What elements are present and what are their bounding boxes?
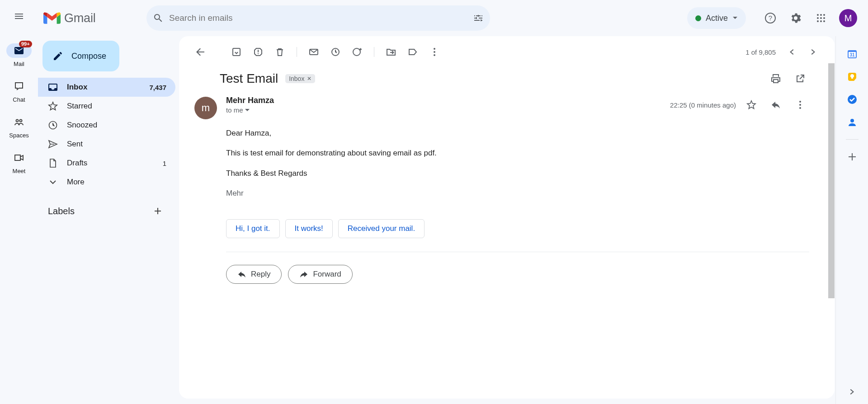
folder-starred[interactable]: Starred bbox=[38, 97, 175, 116]
forward-button[interactable]: Forward bbox=[288, 265, 352, 284]
calendar-addon[interactable]: 31 bbox=[847, 49, 858, 60]
smart-reply-1[interactable]: Hi, I got it. bbox=[226, 219, 280, 238]
settings-button[interactable] bbox=[785, 7, 807, 29]
main-menu-button[interactable] bbox=[8, 5, 30, 27]
gear-icon bbox=[790, 12, 802, 24]
brand[interactable]: Gmail bbox=[43, 11, 143, 25]
arrow-left-icon bbox=[195, 47, 205, 57]
message-meta: 22:25 (0 minutes ago) bbox=[670, 96, 809, 114]
side-divider bbox=[846, 139, 859, 140]
send-icon bbox=[48, 139, 58, 149]
compose-button[interactable]: Compose bbox=[42, 41, 119, 71]
category-chip[interactable]: Inbox ✕ bbox=[285, 74, 315, 83]
calendar-icon: 31 bbox=[847, 49, 858, 60]
folder-snoozed[interactable]: Snoozed bbox=[38, 116, 175, 135]
compose-label: Compose bbox=[71, 52, 106, 61]
spam-button[interactable] bbox=[248, 43, 269, 61]
recipients-text: to me bbox=[226, 106, 243, 114]
folder-inbox[interactable]: Inbox 7,437 bbox=[38, 78, 175, 97]
spaces-icon bbox=[14, 117, 24, 127]
header: Gmail Active ? M bbox=[38, 0, 868, 36]
star-icon bbox=[48, 101, 58, 111]
forward-icon bbox=[299, 270, 308, 279]
tasks-icon bbox=[847, 94, 857, 104]
folder-move-icon bbox=[386, 47, 396, 57]
toolbar-separator bbox=[297, 47, 297, 57]
star-message-button[interactable] bbox=[742, 96, 760, 114]
rail-item-mail[interactable]: 99+ Mail bbox=[0, 39, 38, 71]
chip-label: Inbox bbox=[289, 75, 304, 82]
add-to-tasks-button[interactable] bbox=[347, 43, 368, 61]
contacts-icon bbox=[847, 117, 857, 127]
message: m Mehr Hamza to me 22:25 (0 minutes ago) bbox=[179, 93, 835, 284]
chip-close-icon[interactable]: ✕ bbox=[307, 75, 311, 82]
reply-button[interactable]: Reply bbox=[226, 265, 282, 284]
status-chip[interactable]: Active bbox=[687, 7, 746, 29]
folder-sent[interactable]: Sent bbox=[38, 135, 175, 154]
svg-point-19 bbox=[434, 51, 435, 53]
smart-reply-2[interactable]: It works! bbox=[285, 219, 333, 238]
body-signature: Mehr bbox=[226, 188, 809, 199]
more-vert-icon bbox=[429, 47, 439, 57]
clock-icon bbox=[48, 120, 58, 130]
reply-icon-button[interactable] bbox=[767, 96, 785, 114]
recipients-toggle[interactable]: to me bbox=[226, 106, 661, 114]
print-button[interactable] bbox=[767, 70, 785, 88]
rail-item-meet[interactable]: Meet bbox=[0, 146, 38, 178]
reply-row: Reply Forward bbox=[194, 252, 809, 284]
delete-button[interactable] bbox=[269, 43, 290, 61]
snooze-button[interactable] bbox=[325, 43, 346, 61]
tasks-addon[interactable] bbox=[847, 94, 858, 105]
svg-point-4 bbox=[817, 14, 819, 16]
more-button[interactable] bbox=[424, 43, 445, 61]
rail-label-meet: Meet bbox=[13, 168, 26, 174]
star-icon bbox=[746, 100, 756, 110]
newer-button[interactable] bbox=[781, 43, 802, 61]
folder-drafts[interactable]: Drafts 1 bbox=[38, 154, 175, 173]
older-button[interactable] bbox=[803, 43, 824, 61]
rail-item-spaces[interactable]: Spaces bbox=[0, 110, 38, 142]
apps-button[interactable] bbox=[810, 7, 832, 29]
folder-label: More bbox=[67, 178, 85, 187]
search-icon bbox=[153, 13, 164, 23]
chevron-right-icon bbox=[848, 388, 856, 396]
mark-unread-button[interactable] bbox=[303, 43, 324, 61]
search-bar[interactable] bbox=[146, 5, 490, 31]
folder-more[interactable]: More bbox=[38, 173, 175, 192]
reply-icon bbox=[237, 270, 246, 279]
status-dot-icon bbox=[695, 15, 701, 21]
add-label-button[interactable] bbox=[150, 203, 165, 219]
side-panel-toggle[interactable] bbox=[848, 388, 856, 396]
move-to-button[interactable] bbox=[381, 43, 401, 61]
plus-icon bbox=[847, 152, 857, 162]
back-button[interactable] bbox=[190, 43, 211, 61]
keep-addon[interactable] bbox=[847, 71, 858, 82]
sender-avatar[interactable]: m bbox=[194, 97, 217, 119]
svg-point-27 bbox=[848, 95, 857, 104]
status-label: Active bbox=[706, 14, 728, 23]
timestamp: 22:25 (0 minutes ago) bbox=[670, 101, 736, 109]
folder-label: Drafts bbox=[67, 159, 87, 168]
open-new-window-button[interactable] bbox=[791, 70, 809, 88]
smart-reply-3[interactable]: Received your mail. bbox=[338, 219, 425, 238]
reading-pane: 1 of 9,805 Test Email Inbox ✕ m bbox=[179, 36, 835, 399]
account-avatar[interactable]: M bbox=[839, 9, 857, 27]
svg-point-9 bbox=[823, 17, 825, 19]
caret-down-icon bbox=[245, 108, 250, 113]
scrollbar-thumb[interactable] bbox=[828, 63, 835, 298]
svg-point-21 bbox=[799, 101, 801, 103]
get-addons[interactable] bbox=[847, 151, 858, 162]
labels-button[interactable] bbox=[402, 43, 423, 61]
svg-point-7 bbox=[817, 17, 819, 19]
support-button[interactable]: ? bbox=[760, 7, 781, 29]
message-more-button[interactable] bbox=[791, 96, 809, 114]
search-input[interactable] bbox=[169, 13, 467, 23]
archive-button[interactable] bbox=[226, 43, 247, 61]
svg-point-20 bbox=[434, 54, 435, 56]
sender-name: Mehr Hamza bbox=[226, 96, 661, 105]
contacts-addon[interactable] bbox=[847, 117, 858, 127]
subject-row: Test Email Inbox ✕ bbox=[179, 64, 835, 93]
file-icon bbox=[48, 158, 58, 168]
search-options-icon[interactable] bbox=[473, 13, 484, 23]
rail-item-chat[interactable]: Chat bbox=[0, 75, 38, 107]
